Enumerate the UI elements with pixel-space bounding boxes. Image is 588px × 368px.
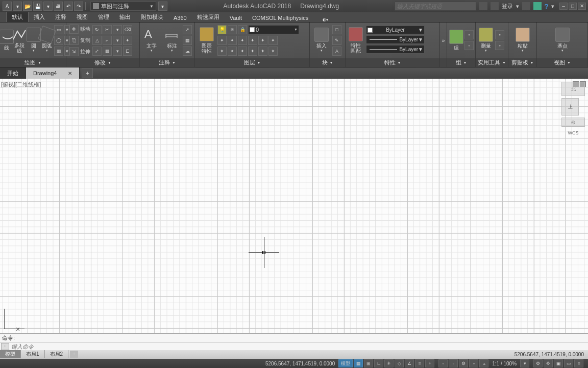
am-icon[interactable]: ▫	[469, 359, 478, 367]
panel-overflow[interactable]: »	[440, 22, 447, 67]
signin-icon[interactable]	[491, 2, 499, 10]
qat-more-icon[interactable]: ▾	[158, 2, 167, 11]
color-dropdown[interactable]: ByLayer▼	[366, 26, 425, 34]
minimize-button[interactable]: –	[559, 3, 568, 10]
search-input[interactable]	[395, 2, 476, 11]
max-vp-icon[interactable]: ▣	[554, 359, 563, 367]
polar-toggle-icon[interactable]: ✳	[384, 359, 394, 367]
attr-icon[interactable]: A	[332, 47, 341, 56]
workspace-dropdown[interactable]: 草图与注释 ▼	[90, 2, 156, 11]
model-tab[interactable]: 模型	[0, 350, 21, 358]
undo-icon[interactable]: ↶	[64, 2, 73, 11]
tab-default[interactable]: 默认	[6, 12, 29, 22]
cloud-icon[interactable]: ☁	[183, 47, 192, 56]
wcs-label[interactable]: WCS	[561, 129, 585, 137]
layout1-tab[interactable]: 布局1	[21, 350, 45, 358]
grid-toggle-icon[interactable]: ▦	[354, 359, 363, 367]
layer-dropdown[interactable]: 0 ▼	[248, 25, 299, 34]
panel-layer-title[interactable]: 图层▼	[195, 58, 309, 67]
signin-label[interactable]: 登录	[502, 3, 513, 10]
leader-icon[interactable]: ↗	[183, 25, 192, 34]
tab-a360[interactable]: A360	[168, 14, 192, 22]
panel-block-title[interactable]: 块▼	[310, 58, 345, 67]
help-icon[interactable]: ?	[545, 3, 548, 10]
customize-status-icon[interactable]: ≡	[574, 359, 583, 367]
command-input[interactable]	[10, 343, 588, 350]
panel-annot-title[interactable]: 注释▼	[140, 58, 194, 67]
tab-view[interactable]: 视图	[71, 12, 93, 22]
snap-toggle-icon[interactable]: ⊞	[364, 359, 373, 367]
line-button[interactable]: 线	[2, 24, 11, 57]
start-tab[interactable]: 开始	[0, 67, 26, 79]
hatch-icon[interactable]: ▦	[54, 47, 63, 56]
table-icon[interactable]: ▦	[183, 36, 192, 45]
linetype-dropdown[interactable]: ByLayer▼	[366, 45, 425, 54]
drawing-canvas[interactable]: [俯视][二维线框] × 北 上 ◎ WCS	[0, 79, 588, 333]
tab-addins[interactable]: 附加模块	[136, 12, 168, 22]
mirror-icon[interactable]: △	[92, 36, 102, 45]
maximize-button[interactable]: □	[569, 3, 577, 10]
circle-button[interactable]: 圆▾	[28, 24, 40, 57]
panel-clip-title[interactable]: 剪贴板▼	[508, 58, 536, 67]
match-props-button[interactable]: 特性 匹配	[348, 24, 364, 57]
lwt-toggle-icon[interactable]: ≡	[415, 359, 424, 367]
ortho-toggle-icon[interactable]: ∟	[374, 359, 383, 367]
stretch-button[interactable]: ⇲拉伸	[68, 47, 91, 56]
rotate-icon[interactable]: ↻	[92, 25, 102, 34]
viewcube[interactable]: 上	[561, 98, 579, 116]
panel-group-title[interactable]: 组▼	[447, 58, 475, 67]
ribbon-minimize-icon[interactable]: ◐▾	[323, 17, 328, 22]
text-button[interactable]: A文字▾	[142, 24, 161, 57]
lineweight-dropdown[interactable]: ByLayer▼	[366, 35, 425, 44]
panel-modify-title[interactable]: 修改▼	[66, 58, 139, 67]
zoom-readout[interactable]: 1:1 / 100%	[492, 361, 517, 366]
panel-props-title[interactable]: 特性▼	[346, 58, 439, 67]
dyn-toggle-icon[interactable]: +	[425, 359, 434, 367]
qp-icon[interactable]: ▫	[438, 359, 448, 367]
tab-output[interactable]: 输出	[114, 12, 136, 22]
redo-icon[interactable]: ↷	[74, 2, 83, 11]
save-icon[interactable]: 💾	[33, 2, 42, 11]
layer-freeze-icon[interactable]: ❄	[228, 25, 237, 34]
pan-icon[interactable]: ✥	[544, 359, 553, 367]
drawing-tab[interactable]: Drawing4 ✕	[26, 67, 80, 79]
infocenter-icon[interactable]	[479, 2, 487, 10]
fillet-icon[interactable]: ⌐	[103, 36, 112, 45]
explode-icon[interactable]: ✦	[123, 36, 132, 45]
paste-button[interactable]: 粘贴▾	[513, 24, 532, 57]
panel-draw-title[interactable]: 绘图▼	[0, 58, 66, 67]
ellipse-icon[interactable]: ◯	[54, 36, 63, 45]
panel-util-title[interactable]: 实用工具▼	[476, 58, 508, 67]
layer-lock-icon[interactable]: 🔒	[238, 25, 247, 34]
tab-comsol[interactable]: COMSOL Multiphysics	[247, 14, 313, 22]
panel-view-title[interactable]: 视图▼	[537, 58, 587, 67]
north-indicator[interactable]: 北	[561, 82, 585, 96]
close-button[interactable]: ✕	[578, 3, 586, 10]
offset-icon[interactable]: ⊏	[123, 47, 132, 56]
group-button[interactable]: 组	[449, 24, 463, 57]
saveas-icon[interactable]: ▾	[43, 2, 53, 11]
edit-block-icon[interactable]: ✎	[332, 36, 341, 45]
nav-wheel-icon[interactable]: ◎	[561, 118, 585, 127]
scale-icon[interactable]: ⤢	[92, 47, 102, 56]
tab-vault[interactable]: Vault	[225, 14, 247, 22]
close-tab-icon[interactable]: ✕	[68, 71, 72, 76]
rect-icon[interactable]: ▭	[54, 25, 63, 34]
insert-block-button[interactable]: 插入▾	[312, 24, 331, 57]
tab-insert[interactable]: 插入	[29, 12, 50, 22]
zoom-dd-icon[interactable]: ▾	[520, 359, 529, 367]
new-tab-button[interactable]: +	[82, 68, 93, 78]
help-caret[interactable]: ▾	[551, 3, 554, 10]
polyline-button[interactable]: 多段线	[12, 24, 27, 57]
base-view-button[interactable]: 基点▾	[553, 24, 572, 57]
exchange-icon[interactable]	[522, 2, 530, 10]
layer-bulb-icon[interactable]: 💡	[217, 25, 227, 34]
signin-caret[interactable]: ▾	[516, 3, 519, 10]
dimension-button[interactable]: 标注▾	[162, 24, 182, 57]
sc-icon[interactable]: ▫	[449, 359, 458, 367]
move-button[interactable]: ✥移动	[68, 25, 91, 34]
cmd-handle-icon[interactable]: ▸	[1, 343, 9, 350]
array-icon[interactable]: ▦	[103, 47, 112, 56]
clean-icon[interactable]: ▭	[564, 359, 573, 367]
measure-button[interactable]: 测量▾	[478, 24, 494, 57]
